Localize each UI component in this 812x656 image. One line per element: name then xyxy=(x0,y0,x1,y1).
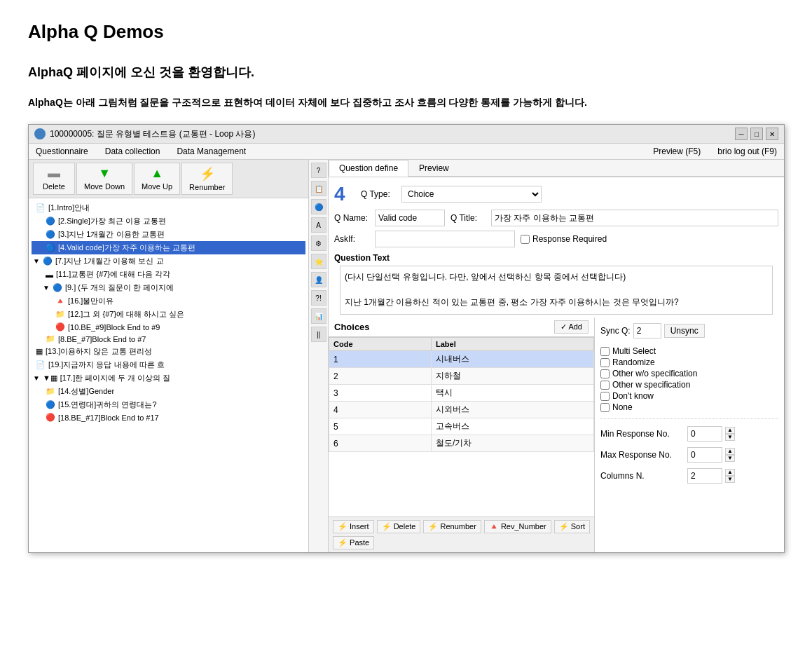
columns-n-input[interactable] xyxy=(687,468,722,484)
paste-button[interactable]: ⚡ Paste xyxy=(333,536,374,549)
side-icons: ? 📋 🔵 A ⚙ ⭐ 👤 ?! 📊 || xyxy=(309,160,329,552)
tree-item[interactable]: 🔵[3.]지난 1개월간 이용한 교통편 xyxy=(32,228,305,241)
unsync-button[interactable]: Unsync xyxy=(664,324,705,338)
columns-n-spinner: ▲ ▼ xyxy=(725,469,735,483)
side-icon-10[interactable]: || xyxy=(311,327,326,342)
opt-checkbox-3[interactable] xyxy=(600,381,610,390)
renumber-button[interactable]: ⚡ Renumber xyxy=(181,163,233,195)
tab-preview[interactable]: Preview xyxy=(408,160,460,176)
tree-item[interactable]: 🔵[2.Single]가장 최근 이용 교통편 xyxy=(32,214,305,228)
opt-checkbox-0[interactable] xyxy=(600,347,610,356)
menu-data-collection[interactable]: Data collection xyxy=(102,145,163,158)
tree-item[interactable]: 🔺[16.]불만이유 xyxy=(32,294,305,308)
max-response-down[interactable]: ▼ xyxy=(725,455,735,462)
min-response-down[interactable]: ▼ xyxy=(725,434,735,441)
app-icon xyxy=(34,128,46,139)
q-text-area[interactable]: (다시 단일선택 유형입니다. 다만, 앞에서 선택하신 항목 중에서 선택합니… xyxy=(340,266,773,315)
max-response-up[interactable]: ▲ xyxy=(725,448,735,455)
delete-choice-button[interactable]: ⚡ Delete xyxy=(377,520,421,533)
q-type-select[interactable]: Choice xyxy=(401,186,542,203)
opt-checkbox-1[interactable] xyxy=(600,358,610,367)
opt-checkbox-label: Randomize xyxy=(600,357,778,368)
menu-preview[interactable]: Preview (F5) xyxy=(650,145,703,158)
menu-questionnaire[interactable]: Questionnaire xyxy=(33,145,91,158)
minimize-button[interactable]: ─ xyxy=(735,128,748,140)
tree-item[interactable]: 📁[8.BE_#7]Block End to #7 xyxy=(32,333,305,345)
q-text-line2: 지난 1개월간 이용하신 적이 있는 교통편 중, 평소 가장 자주 이용하시는… xyxy=(345,296,768,308)
move-up-button[interactable]: ▲ Move Up xyxy=(134,163,180,195)
close-button[interactable]: ✕ xyxy=(766,128,778,140)
table-row[interactable]: 3택시 xyxy=(329,385,594,402)
tree-item[interactable]: 🔵[4.Valid code]가장 자주 이용하는 교통편 xyxy=(32,241,305,254)
q-name-input[interactable] xyxy=(375,210,445,226)
tree-item[interactable]: 📄[1.Intro]안내 xyxy=(32,201,305,214)
tree-item[interactable]: 🔵[15.연령대]귀하의 연령대는? xyxy=(32,398,305,411)
tree-item[interactable]: ▼🔵[9.] (두 개의 질문이 한 페이지에 xyxy=(32,281,305,294)
table-row[interactable]: 5고속버스 xyxy=(329,418,594,435)
renumber-choice-button[interactable]: ⚡ Renumber xyxy=(423,520,481,533)
tree-item[interactable]: ▼▼▦[17.]한 페이지에 두 개 이상의 질 xyxy=(32,371,305,385)
insert-button[interactable]: ⚡ Insert xyxy=(333,520,374,533)
tree-area[interactable]: 📄[1.Intro]안내🔵[2.Single]가장 최근 이용 교통편🔵[3.]… xyxy=(29,198,308,552)
response-required-checkbox[interactable] xyxy=(521,235,530,244)
choices-table[interactable]: Code Label 1시내버스2지하철3택시4시외버스5고속버스6철도/기차 xyxy=(329,337,594,517)
table-row[interactable]: 2지하철 xyxy=(329,368,594,385)
max-response-row: Max Response No. ▲ ▼ xyxy=(600,447,778,463)
side-icon-8[interactable]: ?! xyxy=(311,290,326,306)
menubar-right: Preview (F5) brio log out (F9) xyxy=(650,145,780,158)
tree-item[interactable]: ▬[11.]교통편 {#7}에 대해 다음 각각 xyxy=(32,268,305,281)
table-row[interactable]: 6철도/기차 xyxy=(329,435,594,452)
menu-data-management[interactable]: Data Management xyxy=(174,145,249,158)
q-askif-input[interactable] xyxy=(375,231,515,247)
q-type-label: Q Type: xyxy=(361,189,396,199)
left-panel: ▬ Delete ▼ Move Down ▲ Move Up ⚡ Renumbe… xyxy=(29,160,309,552)
tab-bar: Question define Preview xyxy=(329,160,784,177)
side-icon-2[interactable]: 📋 xyxy=(311,181,326,196)
min-response-input[interactable] xyxy=(687,426,722,442)
sort-button[interactable]: ⚡ Sort xyxy=(554,520,590,533)
side-icon-5[interactable]: ⚙ xyxy=(311,235,326,251)
tree-item[interactable]: ▼🔵[7.]지난 1개월간 이용해 보신 교 xyxy=(32,254,305,268)
side-icon-7[interactable]: 👤 xyxy=(311,272,326,287)
tree-item[interactable]: 📁[14.성별]Gender xyxy=(32,385,305,398)
menubar-left: Questionnaire Data collection Data Manag… xyxy=(33,145,249,158)
choice-code: 5 xyxy=(329,418,432,435)
tree-item[interactable]: ▦[13.]이용하지 않은 교통 편리성 xyxy=(32,345,305,358)
side-icon-1[interactable]: ? xyxy=(311,163,326,178)
min-response-row: Min Response No. ▲ ▼ xyxy=(600,426,778,442)
tree-item[interactable]: 📁[12.]그 외 {#7}에 대해 하시고 싶은 xyxy=(32,308,305,321)
q-title-input[interactable] xyxy=(491,210,778,226)
choices-actions: ⚡ Insert ⚡ Delete ⚡ Renumber 🔺 Rev_Numbe… xyxy=(329,517,594,552)
move-down-button[interactable]: ▼ Move Down xyxy=(76,163,132,195)
tree-item[interactable]: 🔴[10.BE_#9]Block End to #9 xyxy=(32,321,305,333)
menu-brio-logout[interactable]: brio log out (F9) xyxy=(715,145,780,158)
max-response-label: Max Response No. xyxy=(600,450,684,460)
opt-checkbox-5[interactable] xyxy=(600,403,610,412)
min-response-up[interactable]: ▲ xyxy=(725,427,735,434)
side-icon-3[interactable]: 🔵 xyxy=(311,199,326,214)
max-response-input[interactable] xyxy=(687,447,722,463)
columns-n-up[interactable]: ▲ xyxy=(725,469,735,476)
rev-number-button[interactable]: 🔺 Rev_Number xyxy=(484,520,551,533)
side-icon-4[interactable]: A xyxy=(311,217,326,233)
tab-question-define[interactable]: Question define xyxy=(329,160,408,177)
tree-item[interactable]: 🔴[18.BE_#17]Block End to #17 xyxy=(32,411,305,423)
table-row[interactable]: 1시내버스 xyxy=(329,351,594,368)
columns-n-down[interactable]: ▼ xyxy=(725,476,735,483)
opt-checkbox-4[interactable] xyxy=(600,392,610,401)
sync-q-input[interactable] xyxy=(633,323,661,339)
side-icon-6[interactable]: ⭐ xyxy=(311,254,326,269)
choice-code: 4 xyxy=(329,402,432,418)
opt-checkbox-2[interactable] xyxy=(600,369,610,378)
maximize-button[interactable]: □ xyxy=(750,128,763,140)
choices-title: Choices xyxy=(334,322,370,332)
side-icon-9[interactable]: 📊 xyxy=(311,308,326,324)
choices-add-button[interactable]: ✓ Add xyxy=(554,320,589,334)
delete-button[interactable]: ▬ Delete xyxy=(33,163,75,195)
table-row[interactable]: 4시외버스 xyxy=(329,402,594,418)
tree-item[interactable]: 📄[19.]지금까지 응답 내용에 따른 흐 xyxy=(32,358,305,371)
columns-n-label: Columns N. xyxy=(600,471,684,481)
min-response-spinner: ▲ ▼ xyxy=(725,427,735,441)
page-subtitle: AlphaQ 페이지에 오신 것을 환영합니다. xyxy=(28,64,784,81)
max-response-spinner: ▲ ▼ xyxy=(725,448,735,462)
